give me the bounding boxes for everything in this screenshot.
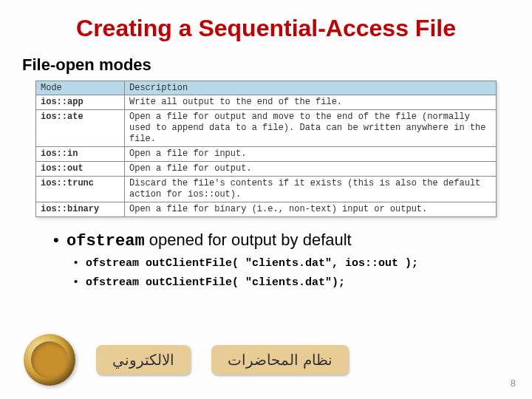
desc-cell: Open a file for output and move to the e… — [125, 110, 497, 147]
mode-cell: ios::trunc — [36, 177, 125, 202]
modes-table: Mode Description ios::app Write all outp… — [35, 81, 497, 217]
col-mode-header: Mode — [36, 81, 125, 95]
table-row: ios::trunc Discard the file's contents i… — [36, 177, 497, 202]
table-row: ios::app Write all output to the end of … — [36, 95, 497, 110]
mode-cell: ios::app — [36, 95, 125, 110]
mode-cell: ios::binary — [36, 202, 125, 217]
bullet-list: •ofstream opened for output by default •… — [0, 217, 532, 292]
modes-table-wrap: Mode Description ios::app Write all outp… — [0, 81, 532, 217]
desc-cell: Open a file for output. — [125, 162, 497, 177]
bullet-dot-icon: • — [53, 231, 66, 250]
code-line: ofstream outClientFile( "clients.dat"); — [86, 276, 345, 289]
desc-cell: Open a file for binary (i.e., non-text) … — [125, 202, 497, 217]
mode-cell: ios::in — [36, 147, 125, 162]
bullet-item: •ofstream opened for output by default — [53, 231, 532, 250]
col-desc-header: Description — [125, 81, 497, 95]
desc-cell: Open a file for input. — [125, 147, 497, 162]
footer: الالكتروني نظام المحاضرات — [24, 334, 349, 386]
desc-cell: Discard the file's contents if it exists… — [125, 177, 497, 202]
table-row: ios::ate Open a file for output and move… — [36, 110, 497, 147]
mode-cell: ios::out — [36, 162, 125, 177]
sub-bullet-item: •ofstream outClientFile( "clients.dat", … — [74, 253, 532, 273]
mode-cell: ios::ate — [36, 110, 125, 147]
seal-inner — [31, 341, 68, 378]
code-line: ofstream outClientFile( "clients.dat", i… — [86, 257, 418, 270]
table-row: ios::binary Open a file for binary (i.e.… — [36, 202, 497, 217]
table-row: ios::out Open a file for output. — [36, 162, 497, 177]
sub-bullet-item: •ofstream outClientFile( "clients.dat"); — [74, 273, 532, 292]
bullet-dot-icon: • — [74, 253, 86, 271]
page-number: 8 — [511, 378, 516, 389]
bullet-rest: opened for output by default — [145, 231, 352, 249]
seal-logo — [24, 334, 75, 386]
section-heading: File-open modes — [0, 55, 532, 81]
bullet-code: ofstream — [66, 232, 145, 250]
slide-title: Creating a Sequential-Access File — [0, 0, 532, 55]
desc-cell: Write all output to the end of the file. — [125, 95, 497, 110]
bullet-dot-icon: • — [74, 273, 86, 290]
table-row: ios::in Open a file for input. — [36, 147, 497, 162]
footer-word-2: نظام المحاضرات — [211, 345, 349, 375]
sub-bullet-list: •ofstream outClientFile( "clients.dat", … — [53, 253, 532, 292]
table-header-row: Mode Description — [36, 81, 497, 95]
footer-word-1: الالكتروني — [96, 345, 191, 375]
